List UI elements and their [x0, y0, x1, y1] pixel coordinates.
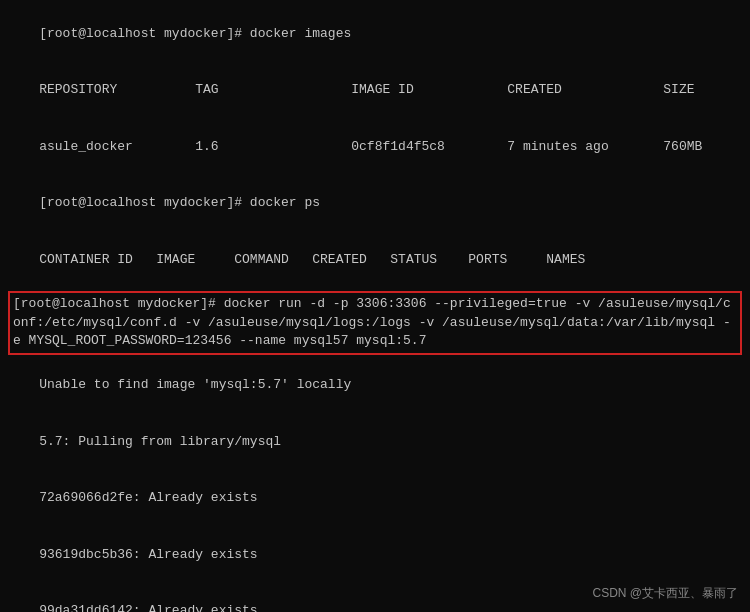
- output-text: 72a69066d2fe: Already exists: [39, 490, 257, 505]
- layer1: 72a69066d2fe: Already exists: [8, 470, 742, 527]
- docker-ps-cmd1: [root@localhost mydocker]# docker ps: [8, 176, 742, 233]
- cmd-text: [root@localhost mydocker]# docker ps: [39, 195, 320, 210]
- cmd-text: [root@localhost mydocker]# docker images: [39, 26, 351, 41]
- output-text: Unable to find image 'mysql:5.7' locally: [39, 377, 351, 392]
- output-text: 5.7: Pulling from library/mysql: [39, 434, 281, 449]
- watermark: CSDN @艾卡西亚、暴雨了: [592, 585, 738, 602]
- unable-line: Unable to find image 'mysql:5.7' locally: [8, 357, 742, 414]
- layer2: 93619dbc5b36: Already exists: [8, 527, 742, 584]
- pulling-line: 5.7: Pulling from library/mysql: [8, 414, 742, 471]
- images-row1: asule_docker 1.6 0cf8f1d4f5c8 7 minutes …: [8, 119, 742, 176]
- terminal-window: [root@localhost mydocker]# docker images…: [0, 0, 750, 612]
- row-text: asule_docker 1.6 0cf8f1d4f5c8 7 minutes …: [39, 139, 702, 154]
- docker-images-cmd: [root@localhost mydocker]# docker images: [8, 6, 742, 63]
- images-header: REPOSITORY TAG IMAGE ID CREATED SIZE: [8, 63, 742, 120]
- ps-header1: CONTAINER ID IMAGE COMMAND CREATED STATU…: [8, 232, 742, 289]
- output-text: 99da31dd6142: Already exists: [39, 603, 257, 612]
- header-text: REPOSITORY TAG IMAGE ID CREATED SIZE: [39, 82, 694, 97]
- highlighted-command-block: [root@localhost mydocker]# docker run -d…: [8, 291, 742, 356]
- highlighted-line1: [root@localhost mydocker]# docker run -d…: [13, 295, 737, 352]
- output-text: 93619dbc5b36: Already exists: [39, 547, 257, 562]
- header-text: CONTAINER ID IMAGE COMMAND CREATED STATU…: [39, 252, 585, 267]
